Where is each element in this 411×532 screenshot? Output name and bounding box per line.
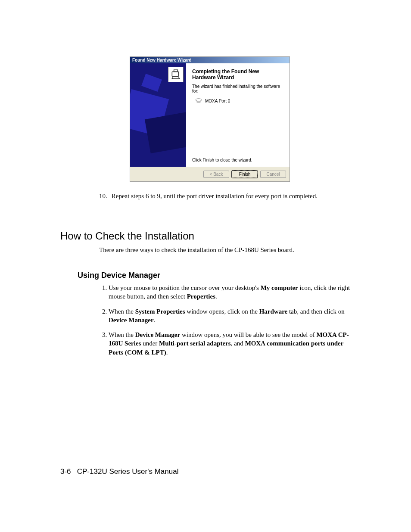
manual-title: CP-132U Series User's Manual xyxy=(77,467,179,476)
cancel-button[interactable]: Cancel xyxy=(260,171,286,178)
wizard-content: Completing the Found New Hardware Wizard… xyxy=(186,63,290,167)
bold-text: Hardware xyxy=(259,308,288,315)
wizard-heading: Completing the Found New Hardware Wizard xyxy=(192,68,283,81)
list-item: When the System Properties window opens,… xyxy=(109,307,351,325)
bold-text: System Properties xyxy=(135,308,185,315)
page-footer: 3-6 CP-132U Series User's Manual xyxy=(60,467,178,476)
bold-text: Multi-port serial adapters xyxy=(159,340,231,347)
wizard-description: The wizard has finished installing the s… xyxy=(192,84,283,93)
finish-button[interactable]: Finish xyxy=(232,171,258,178)
text: , and xyxy=(231,340,245,347)
hardware-icon xyxy=(168,67,184,82)
wizard-sidebar-graphic xyxy=(130,63,186,167)
step-text: Repeat steps 6 to 9, until the port driv… xyxy=(112,193,318,200)
text: window opens, click on the xyxy=(185,308,259,315)
bold-text: Device Manager xyxy=(135,331,181,338)
wizard-footnote: Click Finish to close the wizard. xyxy=(192,158,283,165)
steps-list: Use your mouse to position the cursor ov… xyxy=(99,283,351,357)
svg-point-2 xyxy=(196,99,202,101)
svg-rect-0 xyxy=(172,72,178,77)
document-page: Found New Hardware Wizard Completing the… xyxy=(0,0,411,532)
bold-text: Device Manager xyxy=(109,317,154,324)
step-10: 10. Repeat steps 6 to 9, until the port … xyxy=(99,193,351,200)
svg-rect-1 xyxy=(174,70,178,72)
text: . xyxy=(166,349,168,356)
section-heading: How to Check the Installation xyxy=(60,230,359,242)
text: . xyxy=(154,317,156,324)
wizard-titlebar: Found New Hardware Wizard xyxy=(130,57,290,63)
list-item: Use your mouse to position the cursor ov… xyxy=(109,283,351,301)
port-icon xyxy=(195,98,202,104)
text: When the xyxy=(109,331,135,338)
text: When the xyxy=(109,308,135,315)
wizard-dialog: Found New Hardware Wizard Completing the… xyxy=(130,56,290,182)
text: Use your mouse to position the cursor ov… xyxy=(109,284,261,291)
bold-text: My computer xyxy=(261,284,298,291)
header-rule xyxy=(60,39,359,39)
text: tab, and then click on xyxy=(287,308,344,315)
step-number: 10. xyxy=(99,193,107,200)
wizard-footer: < Back Finish Cancel xyxy=(130,167,290,181)
back-button[interactable]: < Back xyxy=(203,171,229,178)
list-item: When the Device Manager window opens, yo… xyxy=(109,330,351,357)
section-intro: There are three ways to check the instal… xyxy=(99,246,359,254)
page-number: 3-6 xyxy=(60,467,71,476)
device-entry: MOXA Port 0 xyxy=(195,98,283,104)
wizard-body: Completing the Found New Hardware Wizard… xyxy=(130,63,290,167)
text: under xyxy=(141,340,159,347)
bold-text: Properties xyxy=(187,293,215,300)
text: window opens, you will be able to see th… xyxy=(180,331,316,338)
device-name: MOXA Port 0 xyxy=(205,99,230,103)
subsection-heading: Using Device Manager xyxy=(78,271,359,280)
text: . xyxy=(215,293,217,300)
